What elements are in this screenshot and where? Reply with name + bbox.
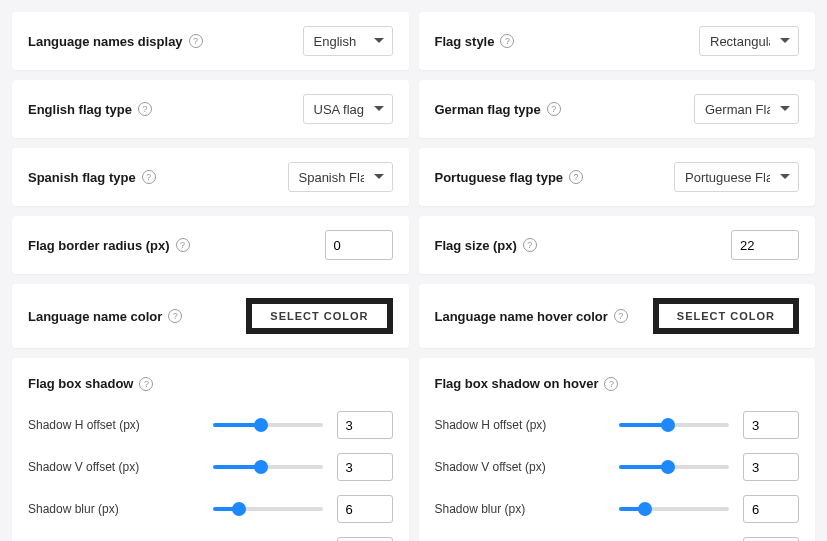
shadow-hover-blur-input[interactable] <box>743 495 799 523</box>
shadow-spread-row: Shadow spread (px) <box>28 537 393 541</box>
lang-name-color-button[interactable]: SELECT COLOR <box>246 298 392 334</box>
shadow-v-offset-label: Shadow V offset (px) <box>28 460 148 474</box>
help-icon[interactable]: ? <box>547 102 561 116</box>
flag-size-label: Flag size (px) ? <box>435 238 537 253</box>
shadow-hover-v-offset-row: Shadow V offset (px) <box>435 453 800 481</box>
flag-size-card: Flag size (px) ? <box>419 216 816 274</box>
lang-name-hover-color-label: Language name hover color ? <box>435 309 628 324</box>
flag-style-card: Flag style ? Rectangular <box>419 12 816 70</box>
shadow-hover-blur-row: Shadow blur (px) <box>435 495 800 523</box>
shadow-hover-v-offset-label: Shadow V offset (px) <box>435 460 555 474</box>
settings-grid: Language names display ? English Flag st… <box>12 12 815 541</box>
label-text: Language name hover color <box>435 309 608 324</box>
lang-name-color-label: Language name color ? <box>28 309 182 324</box>
slider-wrap <box>158 495 393 523</box>
shadow-h-offset-input[interactable] <box>337 411 393 439</box>
label-text: English flag type <box>28 102 132 117</box>
shadow-hover-spread-row: Shadow spread (px) <box>435 537 800 541</box>
help-icon[interactable]: ? <box>523 238 537 252</box>
slider-wrap <box>158 411 393 439</box>
label-text: Flag box shadow on hover <box>435 376 599 391</box>
english-flag-select[interactable]: USA flag <box>303 94 393 124</box>
label-text: Flag style <box>435 34 495 49</box>
shadow-v-offset-input[interactable] <box>337 453 393 481</box>
shadow-hover-h-offset-label: Shadow H offset (px) <box>435 418 555 432</box>
spanish-flag-card: Spanish flag type ? Spanish Flag <box>12 148 409 206</box>
shadow-hover-spread-input[interactable] <box>743 537 799 541</box>
slider-wrap <box>565 453 800 481</box>
help-icon[interactable]: ? <box>614 309 628 323</box>
flag-size-input[interactable] <box>731 230 799 260</box>
spanish-flag-select[interactable]: Spanish Flag <box>288 162 393 192</box>
slider-wrap <box>565 411 800 439</box>
help-icon[interactable]: ? <box>604 377 618 391</box>
english-flag-label: English flag type ? <box>28 102 152 117</box>
label-text: Flag box shadow <box>28 376 133 391</box>
shadow-spread-input[interactable] <box>337 537 393 541</box>
flag-box-shadow-title: Flag box shadow ? <box>28 376 393 391</box>
label-text: German flag type <box>435 102 541 117</box>
flag-style-select[interactable]: Rectangular <box>699 26 799 56</box>
flag-border-radius-label: Flag border radius (px) ? <box>28 238 190 253</box>
lang-names-display-card: Language names display ? English <box>12 12 409 70</box>
english-flag-card: English flag type ? USA flag <box>12 80 409 138</box>
shadow-v-offset-slider[interactable] <box>213 465 323 469</box>
help-icon[interactable]: ? <box>569 170 583 184</box>
label-text: Flag size (px) <box>435 238 517 253</box>
help-icon[interactable]: ? <box>176 238 190 252</box>
slider-wrap <box>565 495 800 523</box>
shadow-hover-h-offset-row: Shadow H offset (px) <box>435 411 800 439</box>
shadow-hover-h-offset-slider[interactable] <box>619 423 729 427</box>
lang-name-hover-color-card: Language name hover color ? SELECT COLOR <box>419 284 816 348</box>
help-icon[interactable]: ? <box>139 377 153 391</box>
portuguese-flag-card: Portuguese flag type ? Portuguese Flag <box>419 148 816 206</box>
label-text: Portuguese flag type <box>435 170 564 185</box>
german-flag-card: German flag type ? German Flag <box>419 80 816 138</box>
label-text: Language name color <box>28 309 162 324</box>
shadow-hover-v-offset-input[interactable] <box>743 453 799 481</box>
slider-wrap <box>565 537 800 541</box>
portuguese-flag-select[interactable]: Portuguese Flag <box>674 162 799 192</box>
flag-style-label: Flag style ? <box>435 34 515 49</box>
lang-name-color-card: Language name color ? SELECT COLOR <box>12 284 409 348</box>
shadow-h-offset-label: Shadow H offset (px) <box>28 418 148 432</box>
lang-name-hover-color-button[interactable]: SELECT COLOR <box>653 298 799 334</box>
shadow-h-offset-row: Shadow H offset (px) <box>28 411 393 439</box>
shadow-blur-label: Shadow blur (px) <box>28 502 148 516</box>
shadow-hover-blur-label: Shadow blur (px) <box>435 502 555 516</box>
help-icon[interactable]: ? <box>500 34 514 48</box>
shadow-v-offset-row: Shadow V offset (px) <box>28 453 393 481</box>
german-flag-label: German flag type ? <box>435 102 561 117</box>
shadow-blur-input[interactable] <box>337 495 393 523</box>
help-icon[interactable]: ? <box>189 34 203 48</box>
lang-names-display-select[interactable]: English <box>303 26 393 56</box>
portuguese-flag-label: Portuguese flag type ? <box>435 170 584 185</box>
flag-border-radius-card: Flag border radius (px) ? <box>12 216 409 274</box>
flag-box-shadow-hover-title: Flag box shadow on hover ? <box>435 376 800 391</box>
shadow-blur-row: Shadow blur (px) <box>28 495 393 523</box>
label-text: Flag border radius (px) <box>28 238 170 253</box>
slider-wrap <box>158 453 393 481</box>
flag-border-radius-input[interactable] <box>325 230 393 260</box>
help-icon[interactable]: ? <box>138 102 152 116</box>
shadow-h-offset-slider[interactable] <box>213 423 323 427</box>
spanish-flag-label: Spanish flag type ? <box>28 170 156 185</box>
shadow-blur-slider[interactable] <box>213 507 323 511</box>
flag-box-shadow-card: Flag box shadow ? Shadow H offset (px) S… <box>12 358 409 541</box>
label-text: Spanish flag type <box>28 170 136 185</box>
shadow-hover-h-offset-input[interactable] <box>743 411 799 439</box>
shadow-hover-blur-slider[interactable] <box>619 507 729 511</box>
german-flag-select[interactable]: German Flag <box>694 94 799 124</box>
slider-wrap <box>158 537 393 541</box>
shadow-hover-v-offset-slider[interactable] <box>619 465 729 469</box>
flag-box-shadow-hover-card: Flag box shadow on hover ? Shadow H offs… <box>419 358 816 541</box>
label-text: Language names display <box>28 34 183 49</box>
help-icon[interactable]: ? <box>168 309 182 323</box>
help-icon[interactable]: ? <box>142 170 156 184</box>
lang-names-display-label: Language names display ? <box>28 34 203 49</box>
